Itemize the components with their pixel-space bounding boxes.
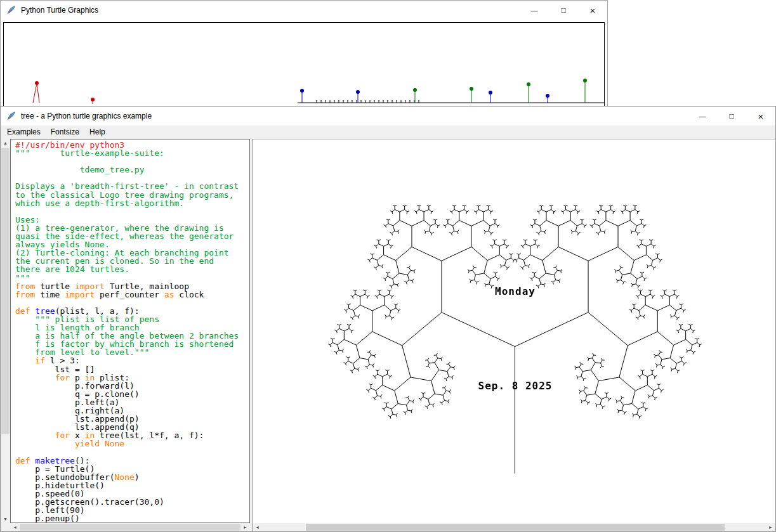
code-horizontal-scrollbar[interactable]: ◄ ► bbox=[10, 523, 250, 531]
scroll-up-icon[interactable]: ▲ bbox=[1, 139, 10, 147]
close-button[interactable]: × bbox=[746, 107, 775, 126]
maximize-button[interactable]: □ bbox=[549, 1, 578, 20]
canvas-label-weekday: Monday bbox=[495, 285, 536, 297]
canvas-label-date: Sep. 8 2025 bbox=[478, 380, 553, 392]
graphics-pane: Monday Sep. 8 2025 ◄ ► bbox=[252, 139, 775, 531]
menu-help[interactable]: Help bbox=[84, 126, 110, 139]
code-line: which use a depth-first-algorithm. bbox=[15, 199, 249, 207]
code-line: tdemo_tree.py bbox=[15, 165, 249, 174]
back-window-title: Python Turtle Graphics bbox=[21, 6, 98, 15]
front-window-controls: — □ × bbox=[688, 107, 775, 126]
scroll-down-icon[interactable]: ▼ bbox=[1, 515, 10, 523]
desktop: Python Turtle Graphics — □ × tree - a Py… bbox=[0, 0, 776, 532]
code-text: #!/usr/bin/env python3""" turtle-example… bbox=[15, 141, 249, 523]
minimize-button[interactable]: — bbox=[688, 107, 717, 126]
code-line: """ turtle-example-suite: bbox=[15, 149, 249, 157]
vertical-scrollbar-thumb[interactable] bbox=[1, 148, 10, 434]
close-button[interactable]: × bbox=[578, 1, 607, 20]
code-line bbox=[15, 207, 249, 216]
canvas-horizontal-scrollbar[interactable]: ◄ ► bbox=[253, 523, 775, 531]
code-vertical-scrollbar[interactable]: ▲ ▼ bbox=[1, 139, 10, 523]
window-content: ▲ ▼ #!/usr/bin/env python3""" turtle-exa… bbox=[1, 139, 775, 531]
menu-examples[interactable]: Examples bbox=[2, 126, 46, 139]
back-window-controls: — □ × bbox=[520, 1, 607, 20]
tree-drawing-canvas bbox=[253, 139, 776, 524]
back-window-titlebar[interactable]: Python Turtle Graphics — □ × bbox=[1, 1, 607, 20]
scroll-right-icon[interactable]: ► bbox=[241, 523, 249, 531]
minimize-button[interactable]: — bbox=[520, 1, 549, 20]
menu-fontsize[interactable]: Fontsize bbox=[46, 126, 84, 139]
front-window-title: tree - a Python turtle graphics example bbox=[21, 112, 152, 120]
code-line: yield None bbox=[15, 439, 249, 448]
horizontal-scrollbar-thumb[interactable] bbox=[306, 524, 725, 531]
maximize-button[interactable]: □ bbox=[717, 107, 746, 126]
tk-feather-icon bbox=[6, 111, 16, 121]
front-window-titlebar[interactable]: tree - a Python turtle graphics example … bbox=[1, 107, 775, 126]
code-line: from time import perf_counter as clock bbox=[15, 290, 249, 299]
scroll-right-icon[interactable]: ► bbox=[766, 523, 775, 531]
menubar: Examples Fontsize Help bbox=[1, 126, 775, 139]
code-line: there are 1024 turtles. bbox=[15, 265, 249, 273]
scroll-left-icon[interactable]: ◄ bbox=[11, 523, 19, 531]
horizontal-scrollbar-thumb[interactable] bbox=[20, 524, 240, 531]
tk-feather-icon bbox=[6, 5, 16, 15]
code-pane: ▲ ▼ #!/usr/bin/env python3""" turtle-exa… bbox=[1, 139, 252, 531]
scroll-left-icon[interactable]: ◄ bbox=[253, 523, 261, 531]
code-editor[interactable]: #!/usr/bin/env python3""" turtle-example… bbox=[10, 139, 250, 523]
window-tree-example: tree - a Python turtle graphics example … bbox=[0, 106, 776, 532]
